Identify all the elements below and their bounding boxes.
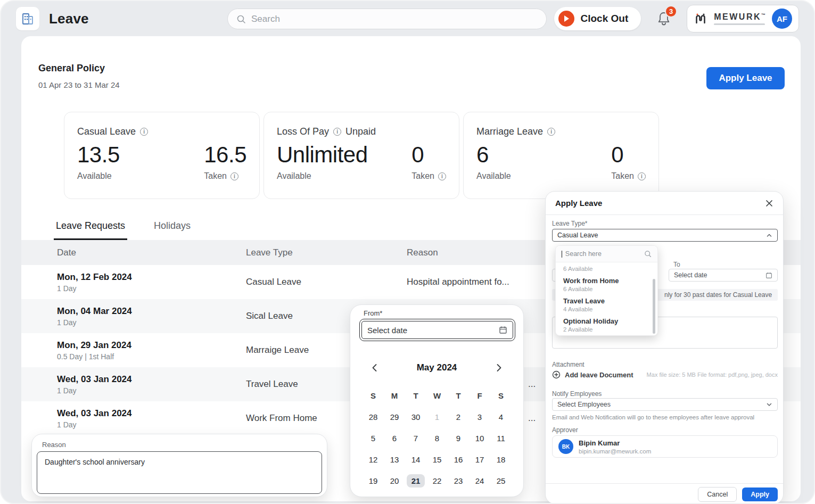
calendar-day[interactable]: 14 [405,449,426,470]
calendar-day[interactable]: 3 [469,406,490,427]
avatar[interactable]: AF [772,9,792,29]
from-field-label: From* [364,309,382,317]
from-date-input[interactable]: Select date [359,319,515,341]
dropdown-item-name: Travel Leave [563,297,650,305]
dropdown-item[interactable]: Travel Leave4 Available [563,297,650,312]
date-cell: Wed, 03 Jan 20241 Day [57,374,246,395]
calendar-day[interactable]: 6 [384,427,405,449]
calendar-day[interactable]: 28 [363,406,384,427]
plus-circle-icon [552,370,561,379]
dropdown-search[interactable] [556,246,657,262]
search-input[interactable] [251,14,538,24]
date-picker-popup: From* Select date May 2024 SMTWTFS282930… [350,304,524,497]
notify-hint: Email and Web Notification will go to th… [552,414,754,420]
notifications-button[interactable]: 3 [655,10,673,28]
card-numbers: 6Available0Takeni [476,143,646,181]
info-icon[interactable]: i [333,128,341,136]
available-value: 6 [476,143,511,167]
calendar-day[interactable]: 20 [384,470,405,491]
top-bar: Leave Clock Out 3 [1,1,814,36]
search-icon [236,14,246,24]
calendar-day[interactable]: 29 [384,406,405,427]
dropdown-item-partial[interactable]: 6 Available [563,266,650,272]
calendar-day[interactable]: 4 [490,406,512,427]
info-icon[interactable]: i [547,128,555,136]
leave-type-cell: Casual Leave [246,277,407,287]
calendar-day[interactable]: 15 [426,449,448,470]
calendar-day[interactable]: 19 [363,470,384,491]
calendar-day[interactable]: 17 [469,449,490,470]
next-month-button[interactable] [493,362,504,373]
leave-summary-cards: Casual Leavei13.5Available16.5TakeniLoss… [64,112,801,199]
calendar-day[interactable]: 9 [448,427,469,449]
card-numbers: 13.5Available16.5Takeni [77,143,246,181]
taken-value: 16.5 [204,143,246,167]
calendar-day[interactable]: 24 [469,470,490,491]
calendar-day[interactable]: 25 [490,470,512,491]
row-date: Mon, 29 Jan 2024 [57,340,246,351]
card-badge: Unpaid [345,126,376,137]
search-icon [644,250,652,258]
chevron-down-icon [766,401,772,408]
dropdown-item[interactable]: Work from Home6 Available [563,277,650,292]
tab-leave-requests[interactable]: Leave Requests [54,220,127,240]
calendar-month-label: May 2024 [380,362,493,373]
policy-period: 01 Apr 23 to 31 Mar 24 [38,80,120,89]
weekday-label: S [490,385,512,406]
account-menu[interactable]: MEWURK™ AF [687,5,799,32]
calendar-day[interactable]: 8 [426,427,448,449]
reason-textarea[interactable]: Daughter's school anniversary [37,451,322,494]
add-document-button[interactable]: Add leave Document [552,370,633,379]
dropdown-search-input[interactable] [565,250,641,258]
apply-leave-button[interactable]: Apply Leave [706,67,785,89]
apply-button[interactable]: Apply [742,488,778,501]
calendar-day[interactable]: 11 [490,427,512,449]
cancel-button[interactable]: Cancel [698,487,737,502]
add-document-label: Add leave Document [565,371,633,379]
taken-column: 0Takeni [411,143,446,181]
leave-type-label: Leave Type* [552,220,588,227]
leave-module-icon[interactable] [16,7,39,30]
brand-tagline [714,23,765,25]
calendar-day[interactable]: 23 [448,470,469,491]
top-right-actions: Clock Out 3 MEWURK™ AF [554,5,800,32]
dropdown-item[interactable]: Optional Holiday2 Available [563,317,650,333]
notify-employees-select[interactable]: Select Employees [552,398,778,411]
close-icon[interactable] [765,199,773,208]
calendar-day[interactable]: 7 [405,427,426,449]
calendar-day[interactable]: 10 [469,427,490,449]
leave-type-select[interactable]: Casual Leave [552,229,778,242]
taken-label: Takeni [411,171,446,181]
calendar-day[interactable]: 18 [490,449,512,470]
brand-name: MEWURK [714,12,761,21]
dropdown-item-availability: 2 Available [563,326,650,333]
row-duration: 1 Day [57,318,246,327]
calendar-day[interactable]: 16 [448,449,469,470]
available-label: Available [476,171,511,181]
info-icon[interactable]: i [438,172,446,180]
calendar-icon [499,326,507,334]
approver-avatar: BK [558,439,573,454]
info-icon[interactable]: i [140,128,148,136]
info-icon[interactable]: i [638,172,646,180]
calendar-day[interactable]: 21 [405,470,426,491]
dropdown-scrollbar[interactable] [653,279,655,334]
mewurk-logo-icon [694,12,707,26]
clock-out-button[interactable]: Clock Out [554,7,641,30]
calendar-day[interactable]: 22 [426,470,448,491]
tab-holidays[interactable]: Holidays [152,220,193,240]
leave-type-value: Casual Leave [557,232,766,239]
calendar-day[interactable]: 1 [426,406,448,427]
modal-header: Apply Leave [546,192,783,215]
card-title: Casual Leavei [77,126,246,137]
policy-header: General Policy 01 Apr 23 to 31 Mar 24 Ap… [21,36,801,89]
calendar-day[interactable]: 12 [363,449,384,470]
info-icon[interactable]: i [230,172,238,180]
calendar-day[interactable]: 30 [405,406,426,427]
prev-month-button[interactable] [369,362,380,373]
calendar-day[interactable]: 5 [363,427,384,449]
to-date-input[interactable]: Select date [669,269,778,282]
calendar-day[interactable]: 2 [448,406,469,427]
calendar-day[interactable]: 13 [384,449,405,470]
global-search[interactable] [227,9,547,29]
